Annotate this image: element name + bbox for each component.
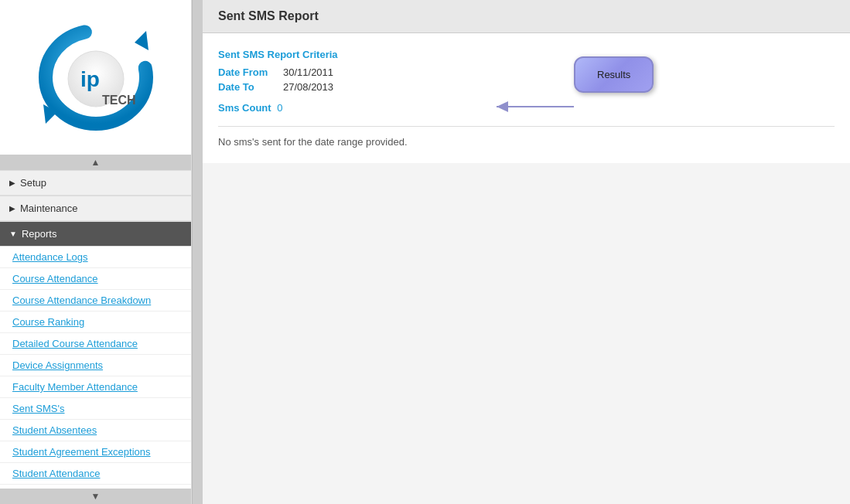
sidebar-scrollbar[interactable] xyxy=(192,0,203,504)
date-to-label: Date To xyxy=(218,81,280,93)
date-from-label: Date From xyxy=(218,66,280,78)
nav-setup-header[interactable]: ▶ Setup xyxy=(0,170,191,196)
results-button[interactable]: Results xyxy=(574,56,654,93)
nav-item[interactable]: Faculty Member Attendance xyxy=(0,376,191,398)
nav-reports-header[interactable]: ▼ Reports xyxy=(0,221,191,247)
report-title: Sent SMS Report xyxy=(218,9,835,23)
nav-item[interactable]: Attendance Logs xyxy=(0,247,191,268)
nav-item[interactable]: Detailed Course Attendance xyxy=(0,333,191,355)
nav-item[interactable]: Student Absentees xyxy=(0,420,191,441)
reports-label: Reports xyxy=(22,228,57,240)
nav-item[interactable]: Course Attendance xyxy=(0,268,191,290)
svg-text:ip: ip xyxy=(80,67,100,91)
logo-icon: ip TECH xyxy=(34,23,158,131)
scroll-up-arrow[interactable]: ▲ xyxy=(0,155,191,170)
date-from-value: 30/11/2011 xyxy=(283,66,333,78)
date-from-row: Date From 30/11/2011 xyxy=(218,66,835,78)
nav-maintenance-header[interactable]: ▶ Maintenance xyxy=(0,196,191,221)
svg-marker-7 xyxy=(497,101,508,112)
sidebar: ip TECH ▲ ▶ Setup ▶ Maintenance ▼ Report… xyxy=(0,0,192,504)
setup-arrow: ▶ xyxy=(9,179,15,187)
nav-item[interactable]: Sent SMS's xyxy=(0,398,191,420)
sms-count-value: 0 xyxy=(277,102,282,114)
report-container: Sent SMS Report Sent SMS Report Criteria… xyxy=(203,0,850,163)
main-content: Sent SMS Report Sent SMS Report Criteria… xyxy=(203,0,850,504)
report-header: Sent SMS Report xyxy=(203,0,850,33)
nav-item[interactable]: Course Ranking xyxy=(0,312,191,333)
date-to-value: 27/08/2013 xyxy=(283,81,333,93)
nav-item[interactable]: Student Attendance xyxy=(0,463,191,485)
sms-count-label: Sms Count xyxy=(218,102,271,114)
nav-item[interactable]: Device Assignments xyxy=(0,355,191,376)
maintenance-arrow: ▶ xyxy=(9,204,15,213)
maintenance-label: Maintenance xyxy=(20,203,77,214)
setup-label: Setup xyxy=(20,177,46,189)
callout-arrow-svg xyxy=(489,80,582,134)
logo-area: ip TECH xyxy=(0,0,191,155)
nav-item[interactable]: Student Agreement Exceptions xyxy=(0,441,191,463)
nav-section: ▶ Setup ▶ Maintenance ▼ Reports Attendan… xyxy=(0,170,191,489)
svg-text:TECH: TECH xyxy=(102,94,136,107)
reports-arrow: ▼ xyxy=(9,230,17,238)
results-btn-area: Results xyxy=(574,56,654,93)
report-body: Sent SMS Report Criteria Date From 30/11… xyxy=(203,33,850,163)
nav-item[interactable]: Course Attendance Breakdown xyxy=(0,290,191,312)
criteria-title: Sent SMS Report Criteria xyxy=(218,49,835,60)
scroll-down-arrow[interactable]: ▼ xyxy=(0,489,191,504)
svg-marker-1 xyxy=(135,31,148,50)
